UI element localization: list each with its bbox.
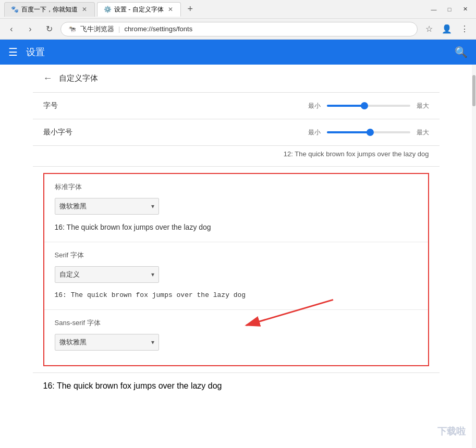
- address-separator: |: [118, 25, 120, 33]
- serif-font-select[interactable]: 自定义 ▾: [55, 266, 159, 283]
- bottom-font-preview: 16: The quick brown fox jumps over the l…: [33, 372, 440, 399]
- font-size-slider[interactable]: [327, 105, 410, 107]
- font-size-label: 字号: [43, 101, 106, 110]
- sans-serif-font-value: 微软雅黑: [59, 338, 87, 347]
- tab-settings[interactable]: ⚙️ 设置 - 自定义字体 ✕: [97, 2, 181, 17]
- new-tab-button[interactable]: +: [183, 2, 198, 17]
- bottom-preview-text: 16: The quick brown fox jumps over the l…: [43, 381, 222, 390]
- standard-font-select[interactable]: 微软雅黑 ▾: [55, 198, 159, 215]
- min-font-size-row: 最小字号 最小 最大: [33, 119, 440, 146]
- min-font-size-fill: [327, 131, 370, 133]
- tab-baidu-icon: 🐾: [11, 6, 18, 13]
- standard-font-dropdown-icon: ▾: [151, 203, 154, 210]
- min-font-size-min-label: 最小: [308, 128, 321, 137]
- standard-font-value: 微软雅黑: [59, 202, 87, 211]
- section-header: ← 自定义字体: [33, 65, 440, 93]
- standard-font-preview: 16: The quick brown fox jumps over the l…: [55, 221, 418, 233]
- font-size-max-label: 最大: [417, 102, 429, 110]
- title-bar: 🐾 百度一下，你就知道 ✕ ⚙️ 设置 - 自定义字体 ✕ + — □ ✕: [0, 0, 476, 19]
- address-right-controls: ☆ 👤 ⋮: [422, 22, 472, 36]
- min-font-size-label: 最小字号: [43, 128, 106, 137]
- serif-font-preview: 16: The quick brown fox jumps over the l…: [55, 289, 418, 301]
- font-size-fill: [327, 105, 364, 107]
- tab-settings-label: 设置 - 自定义字体: [114, 5, 164, 14]
- tab-settings-close[interactable]: ✕: [167, 5, 174, 14]
- font-size-min-label: 最小: [308, 102, 321, 110]
- preview-text: 12: The quick brown fox jumps over the l…: [284, 150, 429, 158]
- browser-menu-button[interactable]: ⋮: [457, 22, 472, 36]
- back-button[interactable]: ‹: [4, 22, 19, 36]
- sans-serif-font-label: Sans-serif 字体: [55, 318, 418, 328]
- minimize-button[interactable]: —: [427, 4, 441, 15]
- address-input[interactable]: 🐄 飞牛浏览器 | chrome://settings/fonts: [60, 22, 418, 36]
- sans-serif-font-dropdown-icon: ▾: [151, 339, 154, 346]
- forward-button[interactable]: ›: [23, 22, 38, 36]
- font-size-slider-container: 最小 最大: [308, 102, 429, 110]
- scrollbar[interactable]: [472, 65, 476, 448]
- main-layout: ← 自定义字体 字号 最小 最大 最小字号 最小: [0, 65, 476, 448]
- serif-font-section: Serif 字体 自定义 ▾ 16: The quick brown fox j…: [44, 242, 428, 310]
- font-size-row: 字号 最小 最大: [33, 93, 440, 119]
- site-favicon: 🐄: [68, 26, 76, 33]
- back-arrow-button[interactable]: ←: [43, 73, 53, 84]
- refresh-button[interactable]: ↻: [42, 22, 56, 36]
- highlight-box: 标准字体 微软雅黑 ▾ 16: The quick brown fox jump…: [43, 173, 429, 366]
- standard-font-label: 标准字体: [55, 182, 418, 192]
- close-button[interactable]: ✕: [458, 4, 472, 15]
- sans-serif-font-select[interactable]: 微软雅黑 ▾: [55, 334, 159, 351]
- settings-toolbar: ☰ 设置 🔍: [0, 40, 476, 65]
- maximize-button[interactable]: □: [443, 4, 456, 15]
- standard-font-section: 标准字体 微软雅黑 ▾ 16: The quick brown fox jump…: [44, 174, 428, 242]
- tab-baidu[interactable]: 🐾 百度一下，你就知道 ✕: [4, 2, 95, 17]
- bookmark-button[interactable]: ☆: [422, 22, 436, 36]
- section-title: 自定义字体: [59, 73, 98, 83]
- min-font-size-max-label: 最大: [417, 128, 429, 137]
- tab-baidu-close[interactable]: ✕: [81, 5, 88, 14]
- settings-search-button[interactable]: 🔍: [455, 46, 468, 58]
- serif-font-value: 自定义: [59, 270, 80, 279]
- scrollbar-thumb[interactable]: [472, 75, 475, 106]
- serif-font-dropdown-icon: ▾: [151, 271, 154, 278]
- serif-font-label: Serif 字体: [55, 251, 418, 260]
- url-text: chrome://settings/fonts: [124, 25, 192, 33]
- settings-page: ← 自定义字体 字号 最小 最大 最小字号 最小: [33, 65, 440, 399]
- sans-serif-font-section: Sans-serif 字体 微软雅黑 ▾: [44, 310, 428, 365]
- font-size-thumb[interactable]: [361, 102, 368, 109]
- watermark: 下载啦: [437, 425, 466, 438]
- tab-baidu-label: 百度一下，你就知道: [21, 5, 78, 14]
- font-size-preview: 12: The quick brown fox jumps over the l…: [33, 146, 440, 167]
- settings-toolbar-title: 设置: [26, 46, 45, 58]
- address-bar: ‹ › ↻ 🐄 飞牛浏览器 | chrome://settings/fonts …: [0, 19, 476, 40]
- profile-button[interactable]: 👤: [440, 22, 454, 36]
- min-font-size-slider[interactable]: [327, 131, 410, 133]
- tab-settings-icon: ⚙️: [104, 6, 111, 13]
- min-font-size-slider-container: 最小 最大: [308, 128, 429, 137]
- min-font-size-thumb[interactable]: [367, 129, 374, 136]
- window-controls: — □ ✕: [427, 4, 472, 15]
- content-area[interactable]: ← 自定义字体 字号 最小 最大 最小字号 最小: [0, 65, 472, 448]
- site-name: 飞牛浏览器: [80, 24, 114, 34]
- settings-menu-icon[interactable]: ☰: [8, 46, 18, 58]
